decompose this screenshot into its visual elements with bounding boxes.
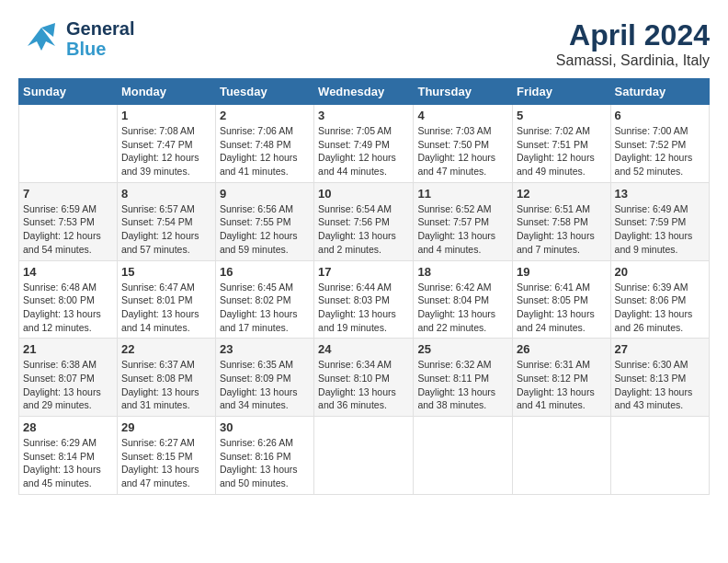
day-number: 29: [121, 420, 211, 434]
calendar-cell: 23Sunrise: 6:35 AM Sunset: 8:09 PM Dayli…: [215, 339, 313, 417]
calendar-cell: [414, 417, 513, 495]
day-number: 17: [318, 265, 409, 279]
day-info: Sunrise: 6:34 AM Sunset: 8:10 PM Dayligh…: [318, 358, 409, 412]
calendar-cell: 11Sunrise: 6:52 AM Sunset: 7:57 PM Dayli…: [414, 182, 513, 260]
day-number: 21: [23, 342, 113, 356]
calendar-cell: [513, 417, 611, 495]
day-number: 5: [517, 109, 607, 122]
day-info: Sunrise: 6:59 AM Sunset: 7:53 PM Dayligh…: [23, 202, 113, 257]
day-number: 27: [615, 342, 705, 356]
day-info: Sunrise: 6:30 AM Sunset: 8:13 PM Dayligh…: [615, 358, 705, 412]
calendar-cell: 5Sunrise: 7:02 AM Sunset: 7:51 PM Daylig…: [513, 105, 611, 183]
day-number: 1: [121, 109, 211, 122]
calendar-cell: 27Sunrise: 6:30 AM Sunset: 8:13 PM Dayli…: [610, 339, 709, 417]
day-info: Sunrise: 7:00 AM Sunset: 7:52 PM Dayligh…: [615, 124, 705, 178]
day-of-week-header: Sunday: [19, 79, 118, 105]
day-number: 7: [23, 187, 113, 201]
calendar-cell: 10Sunrise: 6:54 AM Sunset: 7:56 PM Dayli…: [314, 182, 414, 260]
day-number: 3: [318, 109, 409, 122]
day-info: Sunrise: 6:48 AM Sunset: 8:00 PM Dayligh…: [23, 281, 113, 335]
day-info: Sunrise: 6:26 AM Sunset: 8:16 PM Dayligh…: [220, 436, 310, 490]
day-info: Sunrise: 6:47 AM Sunset: 8:01 PM Dayligh…: [121, 281, 211, 335]
calendar-cell: 16Sunrise: 6:45 AM Sunset: 8:02 PM Dayli…: [215, 260, 313, 339]
day-info: Sunrise: 6:45 AM Sunset: 8:02 PM Dayligh…: [220, 281, 310, 335]
day-of-week-header: Friday: [513, 79, 611, 105]
day-of-week-header: Thursday: [414, 79, 513, 105]
calendar-cell: 8Sunrise: 6:57 AM Sunset: 7:54 PM Daylig…: [117, 182, 215, 260]
day-of-week-header: Tuesday: [215, 79, 313, 105]
calendar-cell: 13Sunrise: 6:49 AM Sunset: 7:59 PM Dayli…: [610, 182, 709, 260]
day-number: 9: [220, 187, 310, 201]
logo-blue: Blue: [66, 39, 134, 59]
day-number: 16: [220, 265, 310, 279]
day-info: Sunrise: 6:31 AM Sunset: 8:12 PM Dayligh…: [517, 358, 607, 412]
page-header: General Blue April 2024 Samassi, Sardini…: [18, 18, 710, 69]
day-number: 6: [615, 109, 705, 122]
calendar-cell: 21Sunrise: 6:38 AM Sunset: 8:07 PM Dayli…: [19, 339, 118, 417]
day-info: Sunrise: 7:08 AM Sunset: 7:47 PM Dayligh…: [121, 124, 211, 178]
calendar-cell: 29Sunrise: 6:27 AM Sunset: 8:15 PM Dayli…: [117, 417, 215, 495]
day-info: Sunrise: 7:06 AM Sunset: 7:48 PM Dayligh…: [220, 124, 310, 178]
calendar-cell: 14Sunrise: 6:48 AM Sunset: 8:00 PM Dayli…: [19, 260, 118, 339]
day-info: Sunrise: 6:52 AM Sunset: 7:57 PM Dayligh…: [417, 202, 508, 257]
day-info: Sunrise: 6:41 AM Sunset: 8:05 PM Dayligh…: [517, 281, 607, 335]
day-number: 18: [417, 265, 508, 279]
day-info: Sunrise: 7:05 AM Sunset: 7:49 PM Dayligh…: [318, 124, 409, 178]
day-number: 8: [121, 187, 211, 201]
calendar-cell: [314, 417, 414, 495]
day-info: Sunrise: 6:56 AM Sunset: 7:55 PM Dayligh…: [220, 202, 310, 257]
general-blue-icon: [18, 18, 64, 59]
day-number: 20: [615, 265, 705, 279]
day-info: Sunrise: 6:57 AM Sunset: 7:54 PM Dayligh…: [121, 202, 211, 257]
calendar-cell: 30Sunrise: 6:26 AM Sunset: 8:16 PM Dayli…: [215, 417, 313, 495]
day-number: 4: [417, 109, 508, 122]
day-info: Sunrise: 6:32 AM Sunset: 8:11 PM Dayligh…: [417, 358, 508, 412]
day-number: 12: [517, 187, 607, 201]
calendar-cell: 24Sunrise: 6:34 AM Sunset: 8:10 PM Dayli…: [314, 339, 414, 417]
day-info: Sunrise: 6:51 AM Sunset: 7:58 PM Dayligh…: [517, 202, 607, 257]
calendar-cell: 2Sunrise: 7:06 AM Sunset: 7:48 PM Daylig…: [215, 105, 313, 183]
day-number: 2: [220, 109, 310, 122]
calendar-week-row: 28Sunrise: 6:29 AM Sunset: 8:14 PM Dayli…: [19, 417, 710, 495]
day-number: 15: [121, 265, 211, 279]
day-info: Sunrise: 6:35 AM Sunset: 8:09 PM Dayligh…: [220, 358, 310, 412]
title-block: April 2024 Samassi, Sardinia, Italy: [556, 18, 710, 69]
calendar-cell: 22Sunrise: 6:37 AM Sunset: 8:08 PM Dayli…: [117, 339, 215, 417]
calendar-cell: 18Sunrise: 6:42 AM Sunset: 8:04 PM Dayli…: [414, 260, 513, 339]
day-number: 19: [517, 265, 607, 279]
day-number: 11: [417, 187, 508, 201]
calendar-cell: [19, 105, 118, 183]
calendar-table: SundayMondayTuesdayWednesdayThursdayFrid…: [18, 78, 710, 495]
day-info: Sunrise: 6:54 AM Sunset: 7:56 PM Dayligh…: [318, 202, 409, 257]
day-info: Sunrise: 7:02 AM Sunset: 7:51 PM Dayligh…: [517, 124, 607, 178]
calendar-cell: 26Sunrise: 6:31 AM Sunset: 8:12 PM Dayli…: [513, 339, 611, 417]
day-number: 30: [220, 420, 310, 434]
day-number: 22: [121, 342, 211, 356]
calendar-subtitle: Samassi, Sardinia, Italy: [556, 52, 710, 69]
day-number: 28: [23, 420, 113, 434]
day-number: 14: [23, 265, 113, 279]
calendar-week-row: 21Sunrise: 6:38 AM Sunset: 8:07 PM Dayli…: [19, 339, 710, 417]
logo: General Blue: [18, 18, 134, 59]
calendar-cell: 6Sunrise: 7:00 AM Sunset: 7:52 PM Daylig…: [610, 105, 709, 183]
day-number: 10: [318, 187, 409, 201]
calendar-cell: 4Sunrise: 7:03 AM Sunset: 7:50 PM Daylig…: [414, 105, 513, 183]
calendar-week-row: 7Sunrise: 6:59 AM Sunset: 7:53 PM Daylig…: [19, 182, 710, 260]
day-info: Sunrise: 6:49 AM Sunset: 7:59 PM Dayligh…: [615, 202, 705, 257]
calendar-cell: 25Sunrise: 6:32 AM Sunset: 8:11 PM Dayli…: [414, 339, 513, 417]
day-info: Sunrise: 6:38 AM Sunset: 8:07 PM Dayligh…: [23, 358, 113, 412]
day-number: 24: [318, 342, 409, 356]
day-info: Sunrise: 6:44 AM Sunset: 8:03 PM Dayligh…: [318, 281, 409, 335]
calendar-header-row: SundayMondayTuesdayWednesdayThursdayFrid…: [19, 79, 710, 105]
day-info: Sunrise: 7:03 AM Sunset: 7:50 PM Dayligh…: [417, 124, 508, 178]
calendar-title: April 2024: [556, 18, 710, 52]
day-info: Sunrise: 6:29 AM Sunset: 8:14 PM Dayligh…: [23, 436, 113, 490]
day-info: Sunrise: 6:39 AM Sunset: 8:06 PM Dayligh…: [615, 281, 705, 335]
day-number: 26: [517, 342, 607, 356]
calendar-cell: 20Sunrise: 6:39 AM Sunset: 8:06 PM Dayli…: [610, 260, 709, 339]
day-of-week-header: Monday: [117, 79, 215, 105]
day-info: Sunrise: 6:27 AM Sunset: 8:15 PM Dayligh…: [121, 436, 211, 490]
calendar-week-row: 14Sunrise: 6:48 AM Sunset: 8:00 PM Dayli…: [19, 260, 710, 339]
day-info: Sunrise: 6:42 AM Sunset: 8:04 PM Dayligh…: [417, 281, 508, 335]
day-number: 13: [615, 187, 705, 201]
